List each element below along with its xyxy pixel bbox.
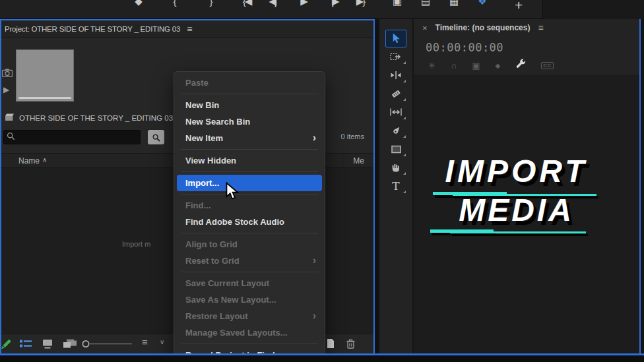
timeline-panel-tab[interactable]: × Timeline: (no sequences) ≡ bbox=[414, 19, 639, 36]
menu-item-new-bin[interactable]: New Bin bbox=[174, 97, 325, 113]
selection-tool[interactable] bbox=[379, 29, 412, 47]
menu-item-label: Align to Grid bbox=[185, 239, 238, 249]
tool-flyout-indicator bbox=[403, 61, 406, 64]
type-tool[interactable]: T bbox=[379, 177, 412, 195]
overlay-underline-1b bbox=[453, 194, 596, 196]
items-count: 0 items bbox=[341, 133, 364, 140]
menu-item-label: New Item bbox=[185, 133, 223, 143]
project-panel-tab[interactable]: Project: OTHER SIDE OF THE STORY _ EDITI… bbox=[1, 20, 373, 38]
rectangle-tool[interactable] bbox=[379, 140, 412, 158]
menu-separator bbox=[181, 149, 318, 150]
timecode-display[interactable]: 00:00:00:00 bbox=[426, 41, 503, 54]
mark-out-icon[interactable]: } bbox=[203, 0, 218, 7]
overlay-underline-2b bbox=[450, 231, 586, 233]
extract-icon[interactable]: ▦ bbox=[446, 0, 461, 7]
top-toolbar: ◆ { } {◀ ◀▏ ▶ ▕▶ ▶} ▣ ▤ ▦ ❖ + bbox=[0, 0, 644, 19]
freeform-view-button[interactable] bbox=[61, 338, 77, 352]
sort-ascending-icon[interactable]: ∧ bbox=[42, 156, 47, 164]
tool-flyout-indicator bbox=[403, 117, 406, 119]
menu-item-manage-saved-layouts[interactable]: Manage Saved Layouts... bbox=[174, 324, 325, 341]
new-item-button[interactable] bbox=[326, 338, 335, 351]
sort-order-button[interactable]: ≡ bbox=[142, 336, 148, 347]
search-icon bbox=[7, 131, 15, 143]
mark-in-icon[interactable]: { bbox=[167, 0, 181, 7]
snap-magnet-icon[interactable]: ∩ bbox=[451, 61, 457, 71]
ripple-edit-tool[interactable] bbox=[379, 66, 412, 84]
tool-flyout-indicator bbox=[403, 80, 406, 82]
menu-item-find[interactable]: Find... bbox=[174, 197, 325, 214]
create-search-bin-button[interactable] bbox=[148, 130, 164, 144]
search-box[interactable] bbox=[3, 130, 141, 144]
camera-icon[interactable] bbox=[2, 68, 13, 80]
column-divider[interactable] bbox=[342, 154, 343, 167]
menu-item-reset-to-grid[interactable]: Reset to Grid› bbox=[174, 253, 325, 269]
captions-icon[interactable]: CC bbox=[541, 62, 554, 69]
menu-separator bbox=[181, 194, 318, 195]
menu-item-label: Manage Saved Layouts... bbox=[185, 328, 288, 338]
linked-selection-icon[interactable]: ▣ bbox=[472, 61, 480, 71]
mouse-cursor bbox=[225, 182, 240, 204]
project-writable-icon[interactable] bbox=[0, 338, 13, 354]
step-back-icon[interactable]: ◀▏ bbox=[268, 0, 282, 7]
menu-item-import[interactable]: Import... bbox=[177, 175, 322, 191]
submenu-arrow-icon: › bbox=[313, 252, 316, 268]
empty-bin-hint: Import m bbox=[122, 240, 150, 248]
list-view-button[interactable] bbox=[19, 338, 32, 352]
preview-play-icon[interactable]: ▶ bbox=[3, 85, 9, 94]
add-marker-icon[interactable]: ◆ bbox=[496, 62, 501, 69]
menu-item-label: Find Adobe Stock Audio bbox=[185, 217, 284, 227]
column-header-name[interactable]: Name bbox=[18, 156, 40, 166]
menu-item-align-to-grid[interactable]: Align to Grid bbox=[174, 236, 325, 253]
preview-rail: ▶ bbox=[1, 38, 15, 114]
step-forward-icon[interactable]: ▕▶ bbox=[325, 0, 339, 7]
menu-item-new-item[interactable]: New Item› bbox=[174, 130, 325, 146]
timeline-toolbar: ✳ ∩ ▣ ◆ CC bbox=[414, 58, 639, 73]
track-select-forward-tool[interactable] bbox=[379, 47, 412, 66]
menu-item-label: View Hidden bbox=[185, 156, 236, 166]
search-input[interactable] bbox=[15, 133, 134, 141]
menu-item-find-adobe-stock-audio[interactable]: Find Adobe Stock Audio bbox=[174, 214, 325, 230]
menu-item-new-search-bin[interactable]: New Search Bin bbox=[174, 113, 325, 130]
menu-item-label: New Bin bbox=[185, 100, 219, 110]
sort-chevron-icon[interactable]: ∨ bbox=[160, 338, 164, 346]
project-context-menu: Paste New Bin New Search Bin New Item› V… bbox=[174, 71, 325, 362]
panel-menu-icon[interactable]: ≡ bbox=[538, 22, 543, 33]
close-panel-icon[interactable]: × bbox=[422, 23, 428, 33]
menu-item-view-hidden[interactable]: View Hidden bbox=[174, 152, 325, 169]
selection-arrow-icon bbox=[391, 33, 401, 44]
timeline-empty-area[interactable] bbox=[414, 75, 639, 353]
add-panel-icon[interactable]: + bbox=[515, 0, 523, 13]
menu-item-save-current-layout[interactable]: Save Current Layout bbox=[174, 275, 325, 291]
go-to-out-icon[interactable]: ▶} bbox=[353, 0, 368, 7]
panel-gap bbox=[375, 19, 379, 353]
panel-menu-icon[interactable]: ≡ bbox=[187, 24, 192, 34]
tools-panel: T bbox=[379, 19, 412, 353]
export-frame-icon[interactable]: ▣ bbox=[389, 0, 404, 7]
go-to-in-icon[interactable]: {◀ bbox=[240, 0, 254, 7]
icon-view-button[interactable] bbox=[42, 338, 54, 352]
razor-tool[interactable] bbox=[379, 84, 412, 103]
timeline-panel: × Timeline: (no sequences) ≡ 00:00:00:00… bbox=[414, 19, 639, 353]
menu-item-save-as-new-layout[interactable]: Save As New Layout... bbox=[174, 291, 325, 308]
capture-icon[interactable]: ❖ bbox=[474, 0, 489, 7]
menu-item-label: Paste bbox=[185, 78, 209, 88]
timeline-settings-wrench-icon[interactable] bbox=[515, 59, 526, 72]
hand-tool[interactable] bbox=[379, 158, 412, 177]
nested-sequence-icon[interactable]: ✳ bbox=[428, 61, 435, 71]
type-tool-icon: T bbox=[392, 179, 399, 193]
trash-button[interactable] bbox=[346, 338, 356, 352]
menu-item-label: Restore Layout bbox=[185, 311, 248, 321]
zoom-slider[interactable] bbox=[82, 339, 135, 351]
play-icon[interactable]: ▶ bbox=[296, 0, 311, 7]
menu-item-paste[interactable]: Paste bbox=[174, 75, 325, 91]
lift-icon[interactable]: ▤ bbox=[418, 0, 432, 7]
thumbnail-scrub-bar[interactable] bbox=[18, 97, 71, 99]
slip-tool[interactable] bbox=[379, 103, 412, 121]
menu-separator bbox=[181, 94, 318, 94]
marker-icon[interactable]: ◆ bbox=[131, 0, 145, 7]
pen-tool[interactable] bbox=[379, 121, 412, 140]
project-preview-thumbnail[interactable] bbox=[16, 49, 74, 102]
toolbar-right-section bbox=[542, 0, 644, 19]
menu-item-restore-layout[interactable]: Restore Layout› bbox=[174, 308, 325, 324]
column-header-media[interactable]: Me bbox=[353, 156, 364, 166]
